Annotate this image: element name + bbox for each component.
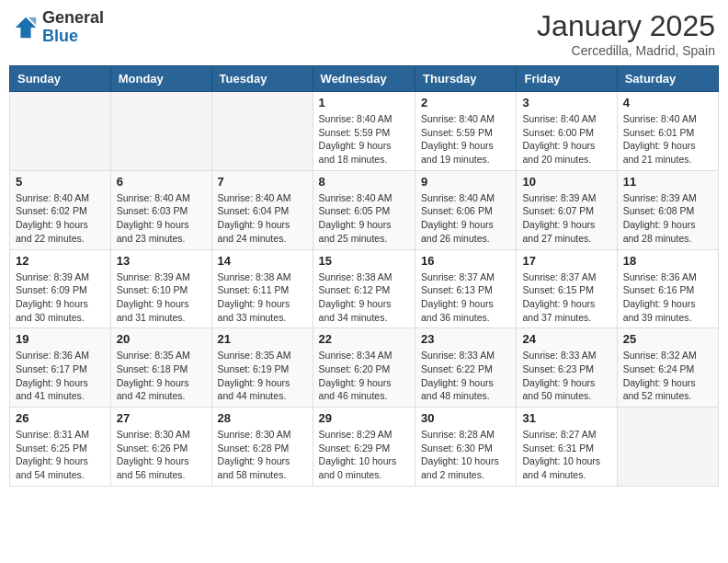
calendar-cell: 9Sunrise: 8:40 AM Sunset: 6:06 PM Daylig… [415,170,517,249]
day-number: 21 [218,332,307,346]
calendar-week-row: 5Sunrise: 8:40 AM Sunset: 6:02 PM Daylig… [10,170,719,249]
calendar-cell: 18Sunrise: 8:36 AM Sunset: 6:16 PM Dayli… [617,249,718,328]
weekday-header-tuesday: Tuesday [211,66,313,92]
calendar-cell: 13Sunrise: 8:39 AM Sunset: 6:10 PM Dayli… [110,249,211,328]
day-number: 9 [421,175,510,189]
day-info: Sunrise: 8:37 AM Sunset: 6:13 PM Dayligh… [421,270,510,325]
calendar-cell: 3Sunrise: 8:40 AM Sunset: 6:00 PM Daylig… [517,92,617,171]
day-info: Sunrise: 8:38 AM Sunset: 6:11 PM Dayligh… [218,270,307,325]
day-number: 6 [117,175,206,189]
day-info: Sunrise: 8:40 AM Sunset: 5:59 PM Dayligh… [421,112,510,167]
day-number: 26 [16,411,105,425]
page-header: General Blue January 2025 Cercedilla, Ma… [9,9,719,58]
title-block: January 2025 Cercedilla, Madrid, Spain [537,9,715,58]
calendar-cell: 27Sunrise: 8:30 AM Sunset: 6:26 PM Dayli… [110,408,211,487]
calendar-cell [617,408,718,487]
day-info: Sunrise: 8:40 AM Sunset: 6:04 PM Dayligh… [218,191,307,246]
calendar-cell: 11Sunrise: 8:39 AM Sunset: 6:08 PM Dayli… [617,170,718,249]
calendar-week-row: 1Sunrise: 8:40 AM Sunset: 5:59 PM Daylig… [10,92,719,171]
day-number: 12 [16,254,105,268]
day-info: Sunrise: 8:35 AM Sunset: 6:19 PM Dayligh… [218,349,307,403]
day-info: Sunrise: 8:35 AM Sunset: 6:18 PM Dayligh… [117,349,206,403]
calendar-cell: 15Sunrise: 8:38 AM Sunset: 6:12 PM Dayli… [313,249,415,328]
calendar-table: SundayMondayTuesdayWednesdayThursdayFrid… [9,65,719,487]
calendar-cell: 12Sunrise: 8:39 AM Sunset: 6:09 PM Dayli… [10,249,111,328]
calendar-cell: 5Sunrise: 8:40 AM Sunset: 6:02 PM Daylig… [10,170,111,249]
day-number: 7 [218,175,307,189]
day-info: Sunrise: 8:39 AM Sunset: 6:08 PM Dayligh… [623,191,712,246]
day-info: Sunrise: 8:30 AM Sunset: 6:28 PM Dayligh… [218,428,307,482]
day-info: Sunrise: 8:31 AM Sunset: 6:25 PM Dayligh… [16,428,105,482]
day-number: 11 [623,175,712,189]
calendar-cell: 20Sunrise: 8:35 AM Sunset: 6:18 PM Dayli… [110,328,211,408]
calendar-cell: 6Sunrise: 8:40 AM Sunset: 6:03 PM Daylig… [110,170,211,249]
day-number: 19 [16,332,105,346]
day-number: 2 [421,96,510,109]
day-info: Sunrise: 8:32 AM Sunset: 6:24 PM Dayligh… [623,349,712,403]
day-number: 23 [421,332,510,346]
calendar-cell: 17Sunrise: 8:37 AM Sunset: 6:15 PM Dayli… [517,249,617,328]
logo-icon [13,15,39,40]
day-number: 10 [522,175,610,189]
day-info: Sunrise: 8:39 AM Sunset: 6:10 PM Dayligh… [117,270,206,325]
calendar-cell: 16Sunrise: 8:37 AM Sunset: 6:13 PM Dayli… [415,249,517,328]
calendar-cell: 26Sunrise: 8:31 AM Sunset: 6:25 PM Dayli… [10,408,111,487]
day-info: Sunrise: 8:40 AM Sunset: 6:01 PM Dayligh… [623,112,712,167]
calendar-cell: 31Sunrise: 8:27 AM Sunset: 6:31 PM Dayli… [517,408,617,487]
day-info: Sunrise: 8:34 AM Sunset: 6:20 PM Dayligh… [319,349,409,403]
logo: General Blue [13,9,104,46]
weekday-header-saturday: Saturday [617,66,718,92]
calendar-cell: 19Sunrise: 8:36 AM Sunset: 6:17 PM Dayli… [10,328,111,408]
calendar-cell: 24Sunrise: 8:33 AM Sunset: 6:23 PM Dayli… [517,328,617,408]
day-info: Sunrise: 8:37 AM Sunset: 6:15 PM Dayligh… [522,270,610,325]
day-info: Sunrise: 8:39 AM Sunset: 6:07 PM Dayligh… [522,191,610,246]
calendar-cell [211,92,313,171]
day-number: 4 [623,96,712,109]
weekday-header-row: SundayMondayTuesdayWednesdayThursdayFrid… [10,66,719,92]
day-info: Sunrise: 8:39 AM Sunset: 6:09 PM Dayligh… [16,270,105,325]
weekday-header-sunday: Sunday [10,66,111,92]
day-number: 20 [117,332,206,346]
calendar-cell: 22Sunrise: 8:34 AM Sunset: 6:20 PM Dayli… [313,328,415,408]
calendar-week-row: 19Sunrise: 8:36 AM Sunset: 6:17 PM Dayli… [10,328,719,408]
day-number: 22 [319,332,409,346]
day-info: Sunrise: 8:40 AM Sunset: 6:02 PM Dayligh… [16,191,105,246]
day-number: 14 [218,254,307,268]
calendar-cell: 25Sunrise: 8:32 AM Sunset: 6:24 PM Dayli… [617,328,718,408]
day-info: Sunrise: 8:40 AM Sunset: 6:05 PM Dayligh… [319,191,409,246]
day-info: Sunrise: 8:29 AM Sunset: 6:29 PM Dayligh… [319,428,409,482]
calendar-cell: 23Sunrise: 8:33 AM Sunset: 6:22 PM Dayli… [415,328,517,408]
weekday-header-monday: Monday [110,66,211,92]
day-info: Sunrise: 8:27 AM Sunset: 6:31 PM Dayligh… [522,428,610,482]
calendar-cell [10,92,111,171]
day-info: Sunrise: 8:40 AM Sunset: 5:59 PM Dayligh… [319,112,409,167]
day-number: 25 [623,332,712,346]
day-number: 27 [117,411,206,425]
day-info: Sunrise: 8:30 AM Sunset: 6:26 PM Dayligh… [117,428,206,482]
day-number: 17 [522,254,610,268]
weekday-header-thursday: Thursday [415,66,517,92]
day-number: 31 [522,411,610,425]
day-number: 1 [319,96,409,109]
calendar-cell: 10Sunrise: 8:39 AM Sunset: 6:07 PM Dayli… [517,170,617,249]
day-number: 13 [117,254,206,268]
day-number: 29 [319,411,409,425]
day-info: Sunrise: 8:33 AM Sunset: 6:22 PM Dayligh… [421,349,510,403]
calendar-cell: 30Sunrise: 8:28 AM Sunset: 6:30 PM Dayli… [415,408,517,487]
calendar-cell: 29Sunrise: 8:29 AM Sunset: 6:29 PM Dayli… [313,408,415,487]
day-number: 30 [421,411,510,425]
calendar-cell: 7Sunrise: 8:40 AM Sunset: 6:04 PM Daylig… [211,170,313,249]
day-info: Sunrise: 8:40 AM Sunset: 6:06 PM Dayligh… [421,191,510,246]
calendar-cell: 1Sunrise: 8:40 AM Sunset: 5:59 PM Daylig… [313,92,415,171]
weekday-header-wednesday: Wednesday [313,66,415,92]
logo-text: General Blue [42,9,104,46]
day-number: 28 [218,411,307,425]
calendar-cell: 8Sunrise: 8:40 AM Sunset: 6:05 PM Daylig… [313,170,415,249]
day-number: 24 [522,332,610,346]
day-info: Sunrise: 8:36 AM Sunset: 6:17 PM Dayligh… [16,349,105,403]
calendar-cell: 2Sunrise: 8:40 AM Sunset: 5:59 PM Daylig… [415,92,517,171]
day-info: Sunrise: 8:28 AM Sunset: 6:30 PM Dayligh… [421,428,510,482]
calendar-week-row: 26Sunrise: 8:31 AM Sunset: 6:25 PM Dayli… [10,408,719,487]
month-title: January 2025 [537,9,715,43]
calendar-cell: 28Sunrise: 8:30 AM Sunset: 6:28 PM Dayli… [211,408,313,487]
